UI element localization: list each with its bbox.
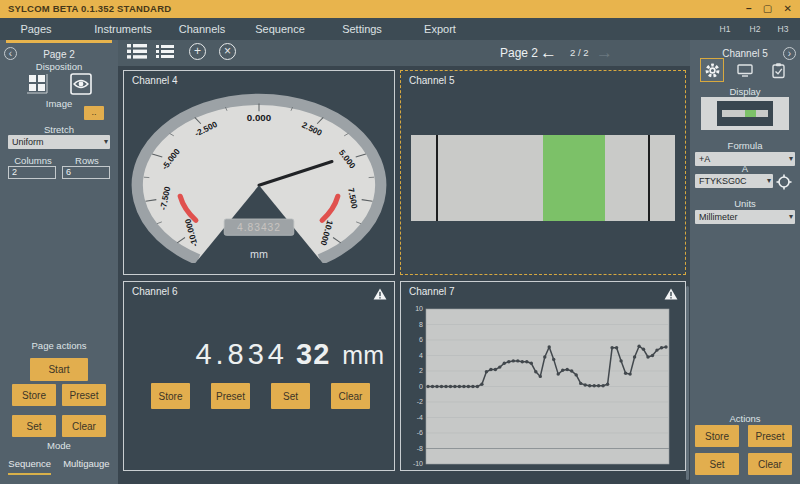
instrument-button-h3[interactable]: H3 <box>778 18 789 40</box>
page-settings-sidebar: ‹ Page 2 Disposition Image <box>0 40 118 484</box>
set-button[interactable]: Set <box>12 415 56 437</box>
application-window: SYLCOM BETA 0.1.352 STANDARD – ▢ ✕ Pages… <box>0 0 800 484</box>
svg-text:2: 2 <box>419 367 423 374</box>
variable-a-select[interactable]: FTYKSG0C ▾ <box>695 174 773 188</box>
title-bar: SYLCOM BETA 0.1.352 STANDARD – ▢ ✕ <box>0 0 800 18</box>
channel5-limit-line-low <box>436 135 438 221</box>
channel4-panel[interactable]: Channel 4 -10.000-7.500-5.000-2.5000.000… <box>123 70 395 275</box>
identify-instrument-button[interactable] <box>776 174 792 194</box>
channel5-panel[interactable]: Channel 5 <box>400 70 686 275</box>
menu-item-export[interactable]: Export <box>424 18 456 40</box>
display-preview-bar <box>722 110 768 117</box>
channel6-set-button[interactable]: Set <box>271 383 310 409</box>
menu-item-instruments[interactable]: Instruments <box>94 18 151 40</box>
display-settings-tab[interactable] <box>700 58 724 82</box>
channel4-gauge: -10.000-7.500-5.000-2.5000.0002.5005.000… <box>126 89 392 263</box>
mode-tab-sequence[interactable]: Sequence <box>8 458 51 475</box>
channel5-bar-display <box>411 135 675 221</box>
rows-label: Rows <box>62 155 112 166</box>
channel6-title: Channel 6 <box>132 286 178 297</box>
channel-settings-sidebar: › Channel 5 <box>690 40 800 484</box>
svg-text:6: 6 <box>419 336 423 343</box>
stretch-select[interactable]: Uniform ▾ <box>8 135 110 149</box>
menu-item-settings[interactable]: Settings <box>342 18 382 40</box>
minimize-icon[interactable]: – <box>746 0 752 18</box>
display-label: Display <box>690 86 800 97</box>
formula-label: Formula <box>690 140 800 151</box>
active-tab-indicator <box>6 40 112 43</box>
units-label: Units <box>690 198 800 209</box>
display-preview-green-zone <box>745 110 756 117</box>
svg-text:-2: -2 <box>417 398 423 405</box>
menu-item-channels[interactable]: Channels <box>179 18 225 40</box>
window-title: SYLCOM BETA 0.1.352 STANDARD <box>8 3 171 14</box>
target-icon <box>776 174 792 190</box>
channel6-preset-button[interactable]: Preset <box>211 383 250 409</box>
disposition-label: Disposition <box>0 61 118 72</box>
channel5-title: Channel 5 <box>409 75 455 86</box>
menu-item-pages[interactable]: Pages <box>20 18 51 40</box>
start-button[interactable]: Start <box>30 358 88 381</box>
channel-clear-button[interactable]: Clear <box>748 453 792 475</box>
columns-input[interactable]: 2 <box>8 166 56 179</box>
previous-page-button[interactable]: ← <box>540 40 557 65</box>
menu-item-sequence[interactable]: Sequence <box>255 18 305 40</box>
channel-set-button[interactable]: Set <box>695 453 739 475</box>
list-add-icon <box>155 43 175 60</box>
variable-a-label: A <box>690 163 800 174</box>
channel7-panel[interactable]: Channel 7 1086420-2-4-6-8-10 <box>400 281 686 471</box>
mode-label: Mode <box>0 440 118 451</box>
channel-store-button[interactable]: Store <box>695 425 739 447</box>
clear-button[interactable]: Clear <box>62 415 106 437</box>
add-page-button[interactable]: + <box>189 43 206 60</box>
units-value: Millimeter <box>699 212 738 222</box>
toolbar-page-label: Page 2 <box>500 40 538 66</box>
rows-input[interactable]: 6 <box>62 166 110 179</box>
channel5-limit-line-high <box>648 135 650 221</box>
plus-icon: + <box>194 44 201 58</box>
grid-layout-button[interactable] <box>24 72 50 96</box>
clipboard-check-icon <box>771 62 786 79</box>
image-browse-button[interactable]: .. <box>84 106 104 120</box>
chevron-down-icon: ▾ <box>104 135 108 149</box>
svg-text:4.83432: 4.83432 <box>237 222 281 233</box>
svg-text:-4: -4 <box>417 414 423 421</box>
arrow-right-icon: → <box>596 43 613 62</box>
stretch-label: Stretch <box>0 124 118 135</box>
channel-preset-button[interactable]: Preset <box>748 425 792 447</box>
store-button[interactable]: Store <box>12 384 56 406</box>
grid-layout-icon <box>25 73 49 95</box>
page-index: 2 / 2 <box>570 40 589 66</box>
page-list-button[interactable] <box>126 43 148 60</box>
menu-bar: Pages Instruments Channels Sequence Sett… <box>0 18 800 40</box>
mode-tab-multigauge[interactable]: Multigauge <box>63 458 109 475</box>
page-title: Page 2 <box>0 49 118 60</box>
svg-text:0: 0 <box>419 383 423 390</box>
channel-list-button[interactable] <box>155 43 175 60</box>
remove-page-button[interactable]: × <box>219 43 236 60</box>
instrument-button-h1[interactable]: H1 <box>720 18 731 40</box>
actions-label: Actions <box>690 413 800 424</box>
channel6-value: 4.834 32 mm <box>195 338 384 371</box>
channel6-panel[interactable]: Channel 6 4.834 32 mm Store Preset Set C… <box>123 281 395 471</box>
svg-text:-6: -6 <box>417 429 423 436</box>
maximize-icon[interactable]: ▢ <box>763 0 773 18</box>
instrument-settings-tab[interactable] <box>733 58 757 82</box>
close-icon[interactable]: ✕ <box>783 0 792 18</box>
page-actions-label: Page actions <box>0 340 118 351</box>
image-view-button[interactable] <box>68 72 94 96</box>
display-preview[interactable] <box>701 97 789 130</box>
units-select[interactable]: Millimeter ▾ <box>695 210 795 224</box>
tolerance-settings-tab[interactable] <box>766 58 790 82</box>
preset-button[interactable]: Preset <box>62 384 106 406</box>
svg-text:10: 10 <box>415 305 423 312</box>
channel6-store-button[interactable]: Store <box>151 383 190 409</box>
instrument-button-h2[interactable]: H2 <box>750 18 761 40</box>
channel6-clear-button[interactable]: Clear <box>331 383 370 409</box>
list-icon <box>126 43 148 60</box>
chevron-down-icon: ▾ <box>789 210 793 224</box>
channel5-tolerance-zone <box>543 135 605 221</box>
channel4-title: Channel 4 <box>132 75 178 86</box>
vertical-scrollbar-thumb[interactable] <box>686 286 689 480</box>
next-page-button[interactable]: → <box>596 40 613 65</box>
